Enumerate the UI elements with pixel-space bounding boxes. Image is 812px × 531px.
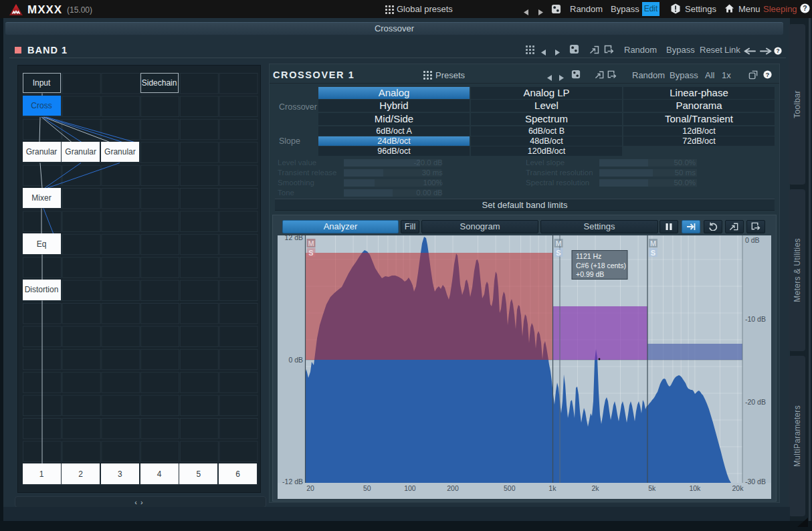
svg-text:0 dB: 0 dB xyxy=(288,356,303,364)
svg-text:M: M xyxy=(308,239,314,247)
svg-text:2k: 2k xyxy=(591,484,599,492)
svg-text:M: M xyxy=(555,239,561,247)
svg-text:100: 100 xyxy=(404,484,416,492)
svg-text:M: M xyxy=(650,239,656,247)
svg-text:-12 dB: -12 dB xyxy=(282,477,303,486)
svg-text:?: ? xyxy=(776,47,779,54)
svg-text:S: S xyxy=(308,249,313,257)
svg-text:-20 dB: -20 dB xyxy=(745,398,766,406)
svg-text:10k: 10k xyxy=(689,484,701,492)
svg-text:5k: 5k xyxy=(648,484,656,492)
svg-text:0 dB: 0 dB xyxy=(745,236,760,244)
svg-text:-10 dB: -10 dB xyxy=(745,315,766,323)
svg-text:50: 50 xyxy=(363,484,371,492)
svg-text:?: ? xyxy=(803,5,807,12)
svg-text:1k: 1k xyxy=(548,484,556,492)
svg-text:20k: 20k xyxy=(732,484,744,492)
svg-text:-30 dB: -30 dB xyxy=(745,477,766,486)
svg-text:12 dB: 12 dB xyxy=(285,235,303,241)
svg-text:500: 500 xyxy=(504,484,516,492)
svg-text:20: 20 xyxy=(306,484,314,492)
svg-text:200: 200 xyxy=(447,484,459,492)
svg-text:+0.99 dB: +0.99 dB xyxy=(576,270,604,278)
svg-text:?: ? xyxy=(766,72,769,78)
svg-text:S: S xyxy=(556,249,561,257)
svg-text:C#6 (+18 cents): C#6 (+18 cents) xyxy=(576,261,626,270)
svg-text:1121 Hz: 1121 Hz xyxy=(576,252,601,260)
svg-text:S: S xyxy=(651,249,655,257)
